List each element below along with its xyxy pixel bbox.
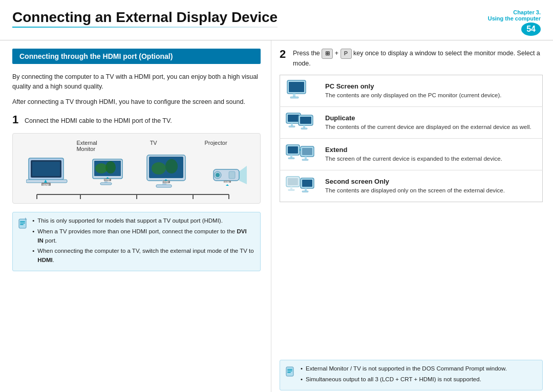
note-icon-right [285, 365, 296, 386]
svg-rect-44 [289, 82, 304, 92]
p-key: P [341, 49, 352, 59]
svg-rect-60 [302, 148, 312, 155]
svg-rect-41 [20, 223, 25, 224]
header-divider [12, 27, 278, 28]
svg-point-19 [165, 159, 178, 173]
svg-rect-21 [156, 185, 172, 187]
svg-rect-48 [288, 115, 299, 122]
left-column: Connecting through the HDMI port (Option… [0, 40, 271, 392]
svg-rect-75 [287, 372, 291, 373]
svg-rect-52 [300, 117, 311, 124]
laptop-device: HDMI [26, 156, 72, 189]
tv-device: HDMI [146, 154, 189, 189]
step-2: 2 Press the ⊞ + P key once to display a … [280, 49, 543, 69]
svg-rect-58 [288, 158, 294, 159]
mode-icon-cell-extend [280, 139, 321, 170]
svg-rect-46 [290, 97, 299, 98]
monitor-icon: HDMI [91, 158, 127, 189]
svg-point-10 [105, 161, 116, 173]
svg-rect-65 [288, 178, 298, 185]
svg-rect-2 [32, 162, 60, 176]
right-note-content: External Monitor / TV is not supported i… [301, 364, 507, 386]
svg-rect-42 [20, 224, 24, 225]
svg-rect-73 [287, 369, 292, 370]
right-column: 2 Press the ⊞ + P key once to display a … [271, 40, 553, 392]
svg-rect-74 [287, 371, 292, 372]
svg-rect-40 [20, 221, 25, 222]
svg-text:HDMI: HDMI [163, 181, 168, 183]
note-icon-left [18, 217, 28, 267]
svg-text:HDMI: HDMI [224, 181, 229, 183]
svg-rect-57 [290, 155, 292, 158]
svg-rect-69 [302, 180, 312, 187]
laptop-icon: HDMI [26, 156, 72, 189]
windows-key: ⊞ [322, 49, 333, 59]
second-screen-only-icon [285, 175, 315, 196]
svg-rect-49 [291, 123, 293, 126]
svg-rect-70 [305, 188, 307, 191]
right-note-box: External Monitor / TV is not supported i… [280, 360, 543, 390]
svg-rect-72 [286, 367, 293, 376]
svg-text:HDMI: HDMI [42, 183, 49, 186]
svg-marker-31 [239, 166, 247, 184]
left-note-content: This is only supported for models that s… [32, 216, 254, 267]
svg-rect-45 [293, 94, 295, 97]
tv-icon: HDMI [146, 154, 189, 189]
main-content: Connecting through the HDMI port (Option… [0, 40, 553, 392]
mode-icon-cell-pc-screen [280, 75, 321, 107]
intro-paragraph-2: After connecting a TV through HDMI, you … [12, 97, 261, 107]
svg-rect-66 [290, 187, 292, 189]
svg-text:HDMI: HDMI [104, 179, 110, 181]
table-row: Duplicate The contents of the current de… [280, 107, 543, 139]
mode-icon-cell-second [280, 170, 321, 202]
mode-table: PC Screen only The contents are only dis… [280, 75, 543, 202]
section-heading: Connecting through the HDMI port (Option… [12, 49, 261, 64]
svg-rect-63 [302, 159, 308, 161]
diagram-labels: ExternalMonitor TV Projector [17, 140, 256, 152]
pc-screen-only-icon [285, 79, 315, 101]
svg-rect-53 [303, 125, 305, 128]
svg-rect-12 [100, 183, 112, 185]
svg-rect-39 [19, 219, 26, 228]
intro-paragraph-1: By connecting the computer to a TV with … [12, 72, 261, 92]
device-diagram: ExternalMonitor TV Projector HDMI [12, 133, 261, 204]
page-title: Connecting an External Display Device [12, 9, 278, 28]
svg-rect-62 [305, 157, 307, 159]
table-row: Second screen Only The contents are disp… [280, 170, 543, 202]
svg-rect-71 [302, 191, 308, 192]
monitor-device: HDMI [91, 158, 127, 189]
duplicate-icon [285, 111, 315, 133]
projector-icon: HDMI [208, 163, 247, 189]
table-row: PC Screen only The contents are only dis… [280, 75, 543, 107]
svg-rect-67 [288, 189, 294, 191]
svg-point-27 [216, 173, 220, 177]
svg-marker-32 [226, 184, 229, 186]
svg-rect-54 [301, 128, 307, 129]
table-row: Extend The screen of the current device … [280, 139, 543, 170]
extend-icon [285, 143, 315, 164]
mode-icon-cell-duplicate [280, 107, 321, 139]
projector-device: HDMI [208, 163, 247, 189]
diagram-devices: HDMI HDMI [17, 154, 256, 189]
left-note-box: This is only supported for models that s… [12, 212, 261, 271]
svg-rect-28 [229, 171, 235, 179]
svg-point-18 [152, 162, 166, 175]
page-header: Connecting an External Display Device Ch… [0, 0, 553, 40]
step-1: 1 Connect the HDMI cable to the HDMI por… [12, 114, 261, 126]
chapter-badge: Chapter 3. Using the computer 54 [488, 9, 541, 36]
svg-rect-56 [288, 146, 298, 154]
cable-diagram [14, 190, 260, 199]
svg-rect-50 [289, 126, 295, 127]
